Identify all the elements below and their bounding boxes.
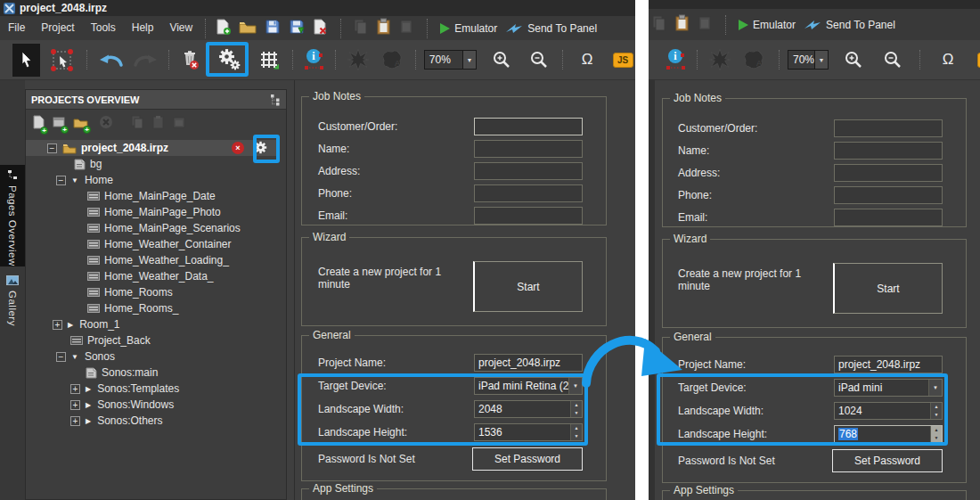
tree-item[interactable]: − ▼ Sonos — [26, 348, 286, 365]
delete-button[interactable] — [177, 44, 202, 76]
add-popup-button[interactable]: + — [53, 116, 66, 131]
paste-button[interactable] — [376, 18, 392, 38]
landscape-height-input[interactable]: 768▲▼ — [834, 425, 943, 443]
dropdown-arrow-icon[interactable]: ▼ — [928, 380, 942, 396]
zoom-in-button[interactable] — [489, 44, 514, 76]
scripts-button[interactable]: JS — [975, 44, 980, 76]
set-password-button[interactable]: Set Password — [472, 447, 583, 471]
start-button[interactable]: Start — [833, 263, 943, 314]
project-settings-button[interactable] — [215, 44, 243, 76]
expand-icon[interactable]: + — [53, 320, 62, 330]
spin-up-icon[interactable]: ▲ — [931, 403, 942, 411]
open-project-button[interactable] — [239, 20, 257, 37]
grid-button[interactable] — [257, 44, 282, 76]
name-input[interactable] — [474, 140, 583, 158]
tree-item-project-root[interactable]: − project_2048.irpz × — [26, 140, 278, 156]
customer-order-input[interactable] — [834, 119, 943, 137]
customer-order-input[interactable] — [474, 118, 583, 135]
expand-icon[interactable]: + — [70, 416, 80, 426]
tree-item[interactable]: Home_MainPage_Scenarios — [26, 220, 286, 236]
menu-view[interactable]: View — [161, 16, 200, 40]
add-page-button[interactable]: + — [32, 115, 45, 132]
phone-input[interactable] — [834, 186, 943, 204]
branch-collapsed-icon[interactable]: ▶ — [86, 401, 91, 409]
new-project-button[interactable] — [216, 19, 231, 37]
zoom-out-button[interactable] — [527, 44, 551, 76]
expand-icon[interactable]: + — [70, 384, 80, 394]
zoom-select[interactable]: 70% ▼ — [788, 50, 829, 70]
tree-item[interactable]: bg — [26, 156, 286, 172]
tab-pages-overview[interactable]: Pages Overview — [0, 165, 25, 266]
save-as-button[interactable] — [289, 19, 305, 37]
emulator-button[interactable]: Emulator — [440, 22, 497, 35]
tree-item[interactable]: + ▶ Sonos:Windows — [26, 397, 286, 413]
target-device-select[interactable]: iPad mini▼ — [834, 379, 943, 397]
tree-item[interactable]: Home_MainPage_Date — [26, 188, 286, 204]
close-project-button[interactable] — [313, 19, 328, 37]
menu-tools[interactable]: Tools — [83, 16, 124, 40]
relations-button[interactable]: Ω — [935, 44, 960, 76]
tree-item[interactable]: + ▶ Sonos:Others — [26, 413, 286, 429]
tree-structure-icon[interactable] — [270, 94, 281, 106]
save-button[interactable] — [265, 19, 281, 37]
redo-button[interactable] — [133, 44, 158, 76]
branch-expanded-icon[interactable]: ▼ — [71, 353, 78, 361]
close-project-tree-icon[interactable]: × — [232, 142, 244, 154]
cursor-tool-button[interactable] — [12, 44, 40, 77]
tree-item[interactable]: Home_MainPage_Photo — [26, 204, 286, 220]
send-to-panel-button[interactable]: Send To Panel — [804, 19, 895, 31]
tree-item[interactable]: Home_Rooms_ — [26, 300, 286, 316]
tree-item[interactable]: Sonos:main — [26, 365, 286, 381]
add-folder-button[interactable]: + — [73, 116, 88, 131]
tree-item[interactable]: + ▶ Room_1 — [26, 316, 286, 332]
relations-button[interactable]: Ω — [575, 44, 600, 76]
collapse-icon[interactable]: − — [56, 352, 66, 362]
spin-down-icon[interactable]: ▼ — [931, 434, 942, 442]
spin-up-icon[interactable]: ▲ — [931, 426, 942, 434]
collapse-icon[interactable]: − — [56, 176, 66, 185]
menu-help[interactable]: Help — [124, 16, 162, 40]
email-input[interactable] — [474, 207, 583, 225]
paste-button[interactable] — [674, 14, 690, 35]
undo-button[interactable] — [99, 44, 124, 76]
tree-item[interactable]: + ▶ Sonos:Templates — [26, 381, 286, 397]
branch-expanded-icon[interactable]: ▼ — [71, 176, 78, 184]
spin-down-icon[interactable]: ▼ — [931, 411, 942, 419]
tab-gallery[interactable]: Gallery — [0, 271, 25, 338]
select-tool-button[interactable] — [49, 44, 74, 76]
emulator-button[interactable]: Emulator — [739, 19, 796, 31]
zoom-in-button[interactable] — [841, 44, 866, 76]
branch-collapsed-icon[interactable]: ▶ — [86, 385, 91, 393]
object-info-button[interactable]: i — [663, 44, 688, 76]
dropdown-arrow-icon[interactable]: ▼ — [814, 51, 828, 69]
name-input[interactable] — [834, 142, 943, 160]
send-to-panel-button[interactable]: Send To Panel — [505, 22, 597, 35]
tree-item[interactable]: Home_Weather_Data_ — [26, 268, 286, 284]
set-password-button[interactable]: Set Password — [832, 449, 943, 472]
tree-item[interactable]: Home_Weather_Container — [26, 236, 286, 252]
address-input[interactable] — [474, 162, 583, 180]
project-settings-gear-icon[interactable] — [254, 141, 267, 157]
branch-collapsed-icon[interactable]: ▶ — [68, 321, 73, 329]
collapse-icon[interactable]: − — [47, 143, 57, 153]
tree-item[interactable]: − ▼ Home — [26, 172, 286, 188]
dropdown-arrow-icon[interactable]: ▼ — [462, 51, 476, 69]
project-name-input[interactable]: project_2048.irpz — [834, 356, 943, 373]
expand-icon[interactable]: + — [70, 400, 80, 410]
start-button[interactable]: Start — [473, 261, 583, 312]
zoom-out-button[interactable] — [880, 44, 905, 76]
tree-item[interactable]: Project_Back — [26, 332, 286, 348]
menu-project[interactable]: Project — [33, 16, 82, 40]
branch-collapsed-icon[interactable]: ▶ — [86, 417, 91, 425]
email-input[interactable] — [834, 209, 943, 226]
object-info-button[interactable]: i — [301, 44, 326, 76]
menu-file[interactable]: File — [0, 16, 33, 40]
zoom-select[interactable]: 70% ▼ — [424, 50, 477, 70]
tree-item[interactable]: Home_Rooms — [26, 284, 286, 300]
tree-item[interactable]: Home_Weather_Loading_ — [26, 252, 286, 268]
spin-down-icon[interactable]: ▼ — [571, 432, 582, 440]
address-input[interactable] — [834, 164, 943, 182]
scripts-button[interactable]: JS — [610, 44, 635, 76]
landscape-width-input[interactable]: 1024▲▼ — [834, 402, 943, 420]
phone-input[interactable] — [474, 184, 583, 202]
